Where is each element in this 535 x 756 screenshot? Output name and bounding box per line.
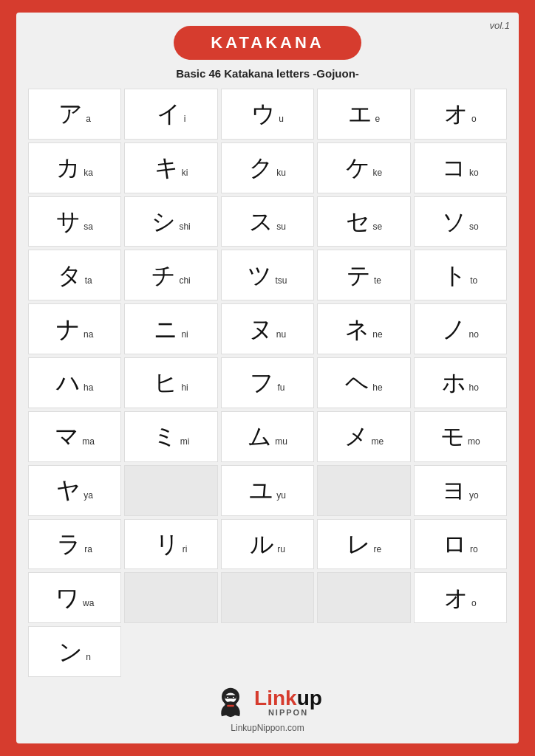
roma-char: a [86, 114, 91, 124]
roma-char: wa [83, 598, 94, 608]
kana-char: ト [443, 264, 467, 287]
table-row: キki [124, 142, 217, 193]
table-row: ネne [317, 303, 410, 354]
kana-char: ホ [442, 371, 466, 394]
kana-char: ワ [55, 586, 80, 610]
roma-char: te [374, 275, 381, 286]
table-row: イi [124, 89, 217, 140]
roma-char: mu [275, 436, 287, 447]
roma-char: ta [85, 275, 92, 286]
roma-char: su [276, 221, 286, 232]
table-row: ヤya [28, 465, 121, 516]
svg-rect-8 [227, 705, 234, 707]
kana-char: マ [55, 425, 79, 448]
page-title: KATAKANA [211, 33, 324, 52]
table-row: アa [28, 89, 121, 140]
table-row [124, 626, 507, 677]
kana-char: ラ [57, 532, 81, 556]
roma-char: mo [468, 436, 480, 447]
roma-char: hi [181, 382, 188, 393]
roma-char: no [469, 329, 479, 340]
kana-char: フ [250, 371, 274, 394]
kana-char: コ [442, 156, 466, 179]
roma-char: ka [84, 168, 93, 178]
table-row: シshi [124, 196, 217, 247]
table-row: レre [317, 519, 410, 570]
roma-char: ki [182, 168, 188, 178]
table-row: ラra [28, 519, 121, 570]
roma-char: he [372, 382, 382, 393]
table-row: チchi [124, 250, 217, 300]
roma-char: o [471, 598, 477, 608]
kana-char: エ [348, 102, 372, 126]
roma-char: so [469, 221, 479, 232]
table-row: ウu [221, 89, 314, 140]
kana-char: サ [56, 210, 81, 233]
roma-char: ro [470, 544, 478, 554]
roma-char: ma [82, 436, 95, 447]
table-row: クku [221, 142, 314, 193]
kana-char: チ [151, 264, 176, 287]
kana-char: モ [440, 425, 465, 448]
roma-char: sa [84, 221, 93, 232]
kana-char: ヨ [442, 478, 466, 502]
kana-char: レ [347, 532, 371, 556]
kana-char: ツ [248, 264, 272, 287]
roma-char: mi [180, 436, 190, 447]
footer: Linkup NIPPON LinkupNippon.com [213, 684, 322, 733]
roma-char: u [279, 114, 284, 124]
table-row: コko [414, 142, 507, 193]
kana-char: シ [151, 210, 176, 233]
kana-char: ヤ [56, 478, 81, 502]
table-row: フfu [221, 357, 314, 408]
subtitle: Basic 46 Katakana letters -Gojuon- [176, 67, 359, 80]
table-row: ヘhe [317, 357, 410, 408]
table-row: メme [317, 411, 410, 462]
table-row: モmo [414, 411, 507, 462]
kana-char: テ [347, 264, 371, 287]
roma-char: e [375, 114, 381, 124]
roma-char: ra [84, 544, 92, 554]
roma-char: chi [179, 275, 190, 286]
table-row: タta [28, 250, 121, 300]
kana-char: ノ [442, 317, 466, 341]
roma-char: fu [277, 382, 284, 393]
table-row: ニni [124, 303, 217, 354]
table-row: リri [124, 519, 217, 570]
kana-char: ソ [442, 210, 466, 233]
kana-char: ハ [56, 371, 81, 394]
roma-char: se [373, 221, 383, 232]
kana-char: カ [56, 156, 81, 179]
kana-char: ロ [443, 532, 467, 556]
kana-char: セ [346, 210, 370, 233]
kana-char: メ [344, 425, 369, 448]
kana-char: ユ [249, 478, 273, 502]
roma-char: ho [469, 382, 479, 393]
table-row: トto [414, 250, 507, 300]
ninja-icon [213, 684, 248, 720]
table-row: ケke [317, 142, 410, 193]
table-row: ナna [28, 303, 121, 354]
roma-char: ni [181, 329, 188, 340]
roma-char: ko [469, 168, 479, 178]
table-row: ルru [221, 519, 314, 570]
kana-char: リ [155, 532, 180, 556]
table-row: ヒhi [124, 357, 217, 408]
roma-char: nu [276, 329, 286, 340]
roma-char: o [471, 114, 477, 124]
roma-char: na [84, 329, 93, 340]
kana-char: ア [58, 102, 83, 126]
table-row: ヌnu [221, 303, 314, 354]
table-row: ユyu [221, 465, 314, 516]
table-row: ンn [28, 626, 121, 677]
table-row: ミmi [124, 411, 217, 462]
kana-char: ケ [346, 156, 370, 179]
roma-char: ri [183, 544, 188, 554]
kana-char: ヒ [154, 371, 178, 394]
table-row: オo [414, 572, 507, 623]
kana-char: ニ [154, 317, 178, 341]
table-row: テte [317, 250, 410, 300]
table-row: サsa [28, 196, 121, 247]
table-row: カka [28, 142, 121, 193]
kana-char: キ [154, 156, 179, 179]
